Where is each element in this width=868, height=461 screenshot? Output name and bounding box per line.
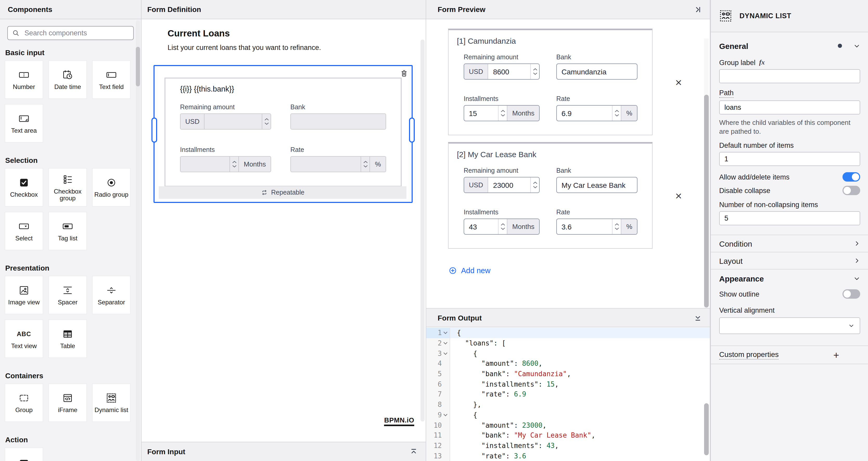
remaining-amount-input[interactable]: USD23000 — [464, 177, 540, 193]
path-input[interactable] — [719, 100, 860, 115]
number-spinner[interactable] — [498, 219, 507, 234]
palette-item-text-field[interactable]: Text field — [92, 60, 131, 99]
fold-toggle-icon[interactable] — [442, 341, 448, 345]
palette-item-spacer[interactable]: Spacer — [49, 276, 87, 314]
palette-item-table[interactable]: Table — [49, 319, 87, 358]
resize-handle-left[interactable] — [151, 117, 157, 142]
palette-item-separator[interactable]: Separator — [92, 276, 131, 314]
resize-handle-right[interactable] — [409, 117, 415, 142]
field-value[interactable]: 43 — [464, 219, 498, 234]
code-line-4[interactable]: "amount": 8600, — [450, 359, 710, 369]
field-value[interactable]: 8600 — [488, 64, 530, 79]
remove-entry-button[interactable]: × — [653, 190, 705, 201]
search-components-box[interactable] — [7, 26, 134, 40]
palette-item-date-time[interactable]: Date time — [49, 60, 87, 99]
palette-item-button[interactable]: Button — [5, 448, 43, 461]
number-spinner[interactable] — [530, 178, 539, 192]
field-value[interactable]: My Car Lease Bank — [557, 178, 637, 192]
selected-dynamic-list-component[interactable]: {{i}} {{this.bank}} Remaining amountUSDB… — [154, 65, 413, 203]
fold-toggle-icon[interactable] — [442, 351, 448, 355]
code-line-5[interactable]: "bank": "Camundanzia", — [450, 369, 710, 379]
delete-component-button[interactable] — [399, 69, 408, 78]
palette-item-text-area[interactable]: Text area — [5, 104, 43, 143]
number-spinner[interactable] — [612, 105, 621, 121]
field-value[interactable] — [291, 114, 385, 129]
group-label-input[interactable] — [719, 69, 860, 83]
disable-collapse-toggle[interactable] — [842, 186, 860, 195]
number-spinner[interactable] — [361, 157, 370, 172]
collapse-preview-icon[interactable] — [694, 5, 702, 13]
code-line-13[interactable]: "rate": 3.6 — [450, 451, 710, 461]
remaining-amount-input[interactable]: USD8600 — [464, 63, 540, 80]
add-new-button[interactable]: Add new — [448, 267, 710, 275]
code-line-2[interactable]: "loans": [ — [450, 338, 710, 348]
code-line-9[interactable]: { — [450, 410, 710, 420]
palette-item-checkbox-group[interactable]: Checkbox group — [49, 168, 87, 207]
number-spinner[interactable] — [530, 64, 539, 79]
rate-input[interactable]: % — [290, 156, 386, 172]
rate-input[interactable]: 6.9% — [556, 105, 638, 121]
number-spinner[interactable] — [498, 105, 507, 121]
code-line-6[interactable]: "installments": 15, — [450, 379, 710, 389]
number-spinner[interactable] — [230, 157, 239, 172]
palette-item-tag-list[interactable]: Tag list — [49, 212, 87, 250]
field-value[interactable]: 23000 — [488, 178, 530, 192]
layout-section-header[interactable]: Layout — [719, 252, 860, 269]
field-value[interactable]: 3.6 — [557, 219, 612, 234]
palette-item-checkbox[interactable]: Checkbox — [5, 168, 43, 207]
form-output-editor[interactable]: 12345678910111213 { "loans": [ { "amount… — [426, 328, 710, 461]
code-line-10[interactable]: "amount": 23000, — [450, 420, 710, 430]
appearance-section-header[interactable]: Appearance — [719, 272, 860, 285]
vertical-alignment-select[interactable] — [719, 317, 860, 334]
installments-input[interactable]: 15Months — [464, 105, 540, 121]
fold-toggle-icon[interactable] — [442, 413, 448, 417]
palette-item-image-view[interactable]: Image view — [5, 276, 43, 314]
remaining-amount-input[interactable]: USD — [180, 114, 271, 129]
feel-expression-icon[interactable]: fx — [759, 58, 765, 67]
code-line-11[interactable]: "bank": "My Car Lease Bank", — [450, 430, 710, 440]
expand-form-input-icon[interactable] — [410, 448, 417, 455]
field-value[interactable]: 6.9 — [557, 105, 612, 121]
fold-toggle-icon[interactable] — [442, 331, 448, 335]
code-line-12[interactable]: "installments": 43, — [450, 440, 710, 451]
installments-input[interactable]: Months — [180, 156, 271, 172]
bank-input[interactable]: Camundanzia — [556, 63, 638, 80]
number-spinner[interactable] — [612, 219, 621, 234]
code-line-1[interactable]: { — [450, 328, 710, 338]
code-line-7[interactable]: "rate": 6.9 — [450, 389, 710, 399]
bank-input[interactable]: My Car Lease Bank — [556, 177, 638, 193]
code-lines[interactable]: { "loans": [ { "amount": 8600, "bank": "… — [450, 328, 710, 461]
editor-scrollbar-track[interactable] — [421, 39, 425, 422]
palette-item-text-view[interactable]: ABCText view — [5, 319, 43, 358]
remove-entry-button[interactable]: × — [653, 77, 705, 87]
add-custom-property-button[interactable]: + — [833, 350, 839, 360]
palette-item-iframe[interactable]: iFrame — [49, 383, 87, 422]
collapse-output-icon[interactable] — [694, 314, 702, 321]
rate-input[interactable]: 3.6% — [556, 218, 638, 235]
search-components-input[interactable] — [23, 29, 129, 37]
sidebar-scrollbar-thumb[interactable] — [136, 47, 140, 86]
field-value[interactable]: Camundanzia — [557, 64, 637, 79]
non-collapsing-input[interactable] — [719, 211, 860, 225]
show-outline-toggle[interactable] — [842, 289, 860, 299]
output-scrollbar-thumb[interactable] — [704, 403, 709, 455]
default-items-input[interactable] — [719, 152, 860, 166]
sidebar-scrollbar-track[interactable] — [136, 20, 140, 461]
code-line-3[interactable]: { — [450, 348, 710, 359]
palette-item-number[interactable]: Number — [5, 60, 43, 99]
field-value[interactable] — [205, 114, 262, 129]
palette-item-radio-group[interactable]: Radio group — [92, 168, 131, 207]
preview-scrollbar-thumb[interactable] — [704, 95, 709, 308]
palette-item-select[interactable]: Select — [5, 212, 43, 250]
palette-item-group[interactable]: Group — [5, 383, 43, 422]
allow-add-delete-toggle[interactable] — [842, 172, 860, 182]
general-section-header[interactable]: General — [719, 39, 860, 53]
bpmn-io-logo[interactable]: BPMN.iO — [384, 416, 414, 426]
field-value[interactable]: 15 — [464, 105, 498, 121]
code-line-8[interactable]: }, — [450, 400, 710, 410]
custom-properties-header[interactable]: Custom properties + — [719, 346, 860, 364]
installments-input[interactable]: 43Months — [464, 218, 540, 235]
form-input-bar[interactable]: Form Input — [142, 442, 426, 461]
field-value[interactable] — [181, 157, 230, 172]
condition-section-header[interactable]: Condition — [719, 235, 860, 252]
